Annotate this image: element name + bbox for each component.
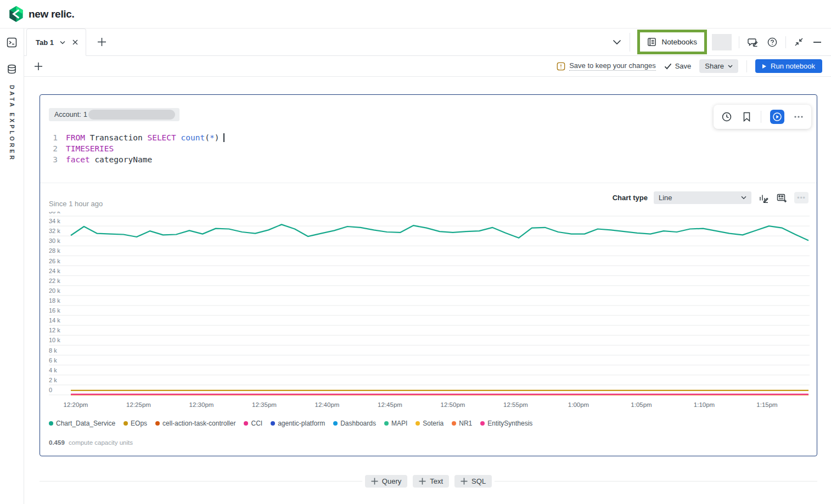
account-label: Account: xyxy=(54,111,81,118)
run-query-button[interactable] xyxy=(770,110,784,124)
chart-type-value: Line xyxy=(659,194,672,202)
avatar-blue-shape xyxy=(707,37,717,47)
legend-label: Dashboards xyxy=(340,420,376,427)
feedback-icon[interactable] xyxy=(746,36,759,48)
user-avatar-redacted[interactable] xyxy=(712,34,732,50)
chart-type-select[interactable]: Line xyxy=(654,191,751,204)
svg-text:14 k: 14 k xyxy=(49,317,60,324)
add-sql-button[interactable]: SQL xyxy=(454,475,492,488)
run-notebook-button[interactable]: Run notebook xyxy=(755,59,822,73)
legend-item[interactable]: EOps xyxy=(123,420,147,427)
notebooks-label: Notebooks xyxy=(661,38,697,46)
tab-1[interactable]: Tab 1 xyxy=(26,29,86,56)
bookmark-icon[interactable] xyxy=(742,111,752,123)
legend-item[interactable]: agentic-platform xyxy=(271,420,325,427)
add-tab-button[interactable] xyxy=(96,36,108,48)
cell-divider xyxy=(40,183,817,183)
edit-chart-icon[interactable] xyxy=(757,192,770,204)
svg-text:36 k: 36 k xyxy=(49,212,60,214)
svg-text:12:30pm: 12:30pm xyxy=(189,401,214,408)
chevron-down-icon xyxy=(741,196,746,200)
add-cell-top-button[interactable] xyxy=(33,61,44,72)
plus-icon xyxy=(419,478,426,485)
legend-item[interactable]: cell-action-task-controller xyxy=(155,420,235,427)
add-text-button[interactable]: Text xyxy=(413,475,449,488)
save-button[interactable]: Save xyxy=(664,62,692,70)
svg-text:12:50pm: 12:50pm xyxy=(441,401,465,408)
tab-list-chevron-icon[interactable] xyxy=(611,38,622,46)
svg-text:12:40pm: 12:40pm xyxy=(315,401,340,408)
legend-item[interactable]: Chart_Data_Service xyxy=(49,420,115,427)
legend-dot xyxy=(244,421,248,426)
line-number: 2 xyxy=(49,143,58,154)
minimize-icon[interactable] xyxy=(812,40,823,44)
tab-close-icon[interactable] xyxy=(71,38,79,46)
legend-label: EntitySynthesis xyxy=(487,420,532,427)
unsaved-changes-text: Save to keep your changes xyxy=(569,61,656,71)
svg-text:12 k: 12 k xyxy=(49,327,60,333)
chart-controls: Chart type Line xyxy=(613,191,808,204)
query-line[interactable]: 3facet categoryName xyxy=(49,154,224,165)
svg-text:22 k: 22 k xyxy=(49,278,60,284)
legend-dot xyxy=(271,421,275,426)
svg-text:1:15pm: 1:15pm xyxy=(756,401,777,408)
add-button-label: SQL xyxy=(471,477,486,485)
legend-item[interactable]: CCI xyxy=(244,420,262,427)
svg-text:1:10pm: 1:10pm xyxy=(694,401,715,408)
add-to-dashboard-icon[interactable] xyxy=(776,192,788,204)
add-query-button[interactable]: Query xyxy=(365,475,407,488)
notebook-icon xyxy=(647,37,656,47)
nrql-query-editor[interactable]: 1FROM Transaction SELECT count(*)2TIMESE… xyxy=(49,132,224,165)
timeseries-chart[interactable]: 36 k34 k32 k30 k28 k26 k24 k22 k20 k18 k… xyxy=(49,212,810,415)
account-pill[interactable]: Account: 1 xyxy=(49,108,179,121)
chart-more-options-icon[interactable]: ••• xyxy=(794,192,808,203)
query-line[interactable]: 1FROM Transaction SELECT count(*) xyxy=(49,132,224,143)
cost-label: compute capacity units xyxy=(69,439,133,446)
share-button[interactable]: Share xyxy=(699,59,738,73)
help-icon[interactable] xyxy=(766,36,778,48)
svg-text:12:20pm: 12:20pm xyxy=(64,401,88,408)
legend-item[interactable]: Dashboards xyxy=(333,420,376,427)
play-circle-icon xyxy=(772,112,782,122)
query-cell-card: Account: 1 xyxy=(40,94,817,456)
cell-more-options-icon[interactable] xyxy=(793,115,804,119)
svg-text:1:05pm: 1:05pm xyxy=(631,401,652,408)
svg-text:0: 0 xyxy=(49,387,52,393)
query-line[interactable]: 2TIMESERIES xyxy=(49,143,224,154)
unsaved-changes-hint[interactable]: Save to keep your changes xyxy=(557,61,656,71)
chart-type-label: Chart type xyxy=(613,194,648,202)
save-label: Save xyxy=(675,62,692,70)
legend-item[interactable]: Soteria xyxy=(416,420,443,427)
svg-text:16 k: 16 k xyxy=(49,307,60,314)
data-explorer-icon[interactable] xyxy=(5,63,18,76)
tab-chevron-down-icon[interactable] xyxy=(59,39,66,46)
query-line-code: TIMESERIES xyxy=(66,143,114,154)
cost-footer: 0.459 compute capacity units xyxy=(49,439,133,446)
since-label: Since 1 hour ago xyxy=(49,200,103,208)
legend-item[interactable]: NR1 xyxy=(452,420,472,427)
svg-text:30 k: 30 k xyxy=(49,237,60,244)
chart-legend: Chart_Data_ServiceEOpscell-action-task-c… xyxy=(49,420,532,427)
account-redacted-value xyxy=(88,110,175,120)
query-console-icon[interactable] xyxy=(5,36,18,49)
account-value: 1 xyxy=(83,111,87,118)
new-relic-logo-mark xyxy=(8,5,24,22)
query-history-icon[interactable] xyxy=(721,111,733,123)
tab-1-label: Tab 1 xyxy=(36,38,54,47)
play-icon xyxy=(762,64,766,69)
legend-dot xyxy=(480,421,485,426)
svg-text:2 k: 2 k xyxy=(49,377,57,383)
notebooks-button[interactable]: Notebooks xyxy=(637,30,707,54)
cell-floating-toolbar xyxy=(714,105,811,129)
svg-text:28 k: 28 k xyxy=(49,247,60,254)
legend-label: MAPI xyxy=(391,420,407,427)
legend-item[interactable]: EntitySynthesis xyxy=(480,420,532,427)
add-cell-row: QueryTextSQL xyxy=(40,481,817,482)
legend-item[interactable]: MAPI xyxy=(384,420,407,427)
plus-icon xyxy=(461,478,468,485)
chevron-down-icon xyxy=(728,65,733,68)
divider xyxy=(746,60,747,72)
svg-text:8 k: 8 k xyxy=(49,347,57,354)
collapse-icon[interactable] xyxy=(793,36,805,48)
divider xyxy=(630,33,630,52)
